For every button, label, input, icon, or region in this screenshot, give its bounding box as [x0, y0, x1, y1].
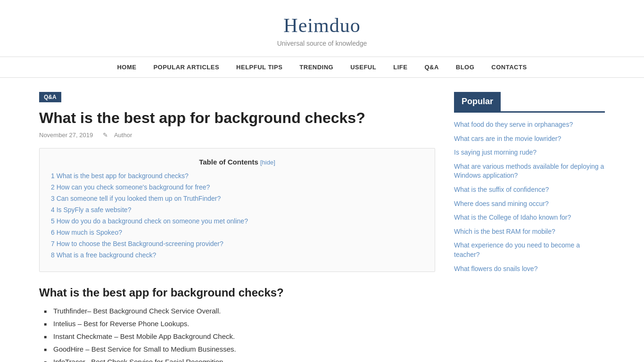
sidebar-link-9[interactable]: What experience do you need to become a … [454, 241, 580, 258]
toc-item-2[interactable]: 2 How can you check someone's background… [51, 183, 210, 191]
sidebar-popular-header: Popular [454, 92, 605, 113]
sidebar-link-3[interactable]: Is saying just morning rude? [454, 148, 537, 156]
nav-item-blog[interactable]: BLOG [447, 57, 483, 77]
toc-item-3[interactable]: 3 Can someone tell if you looked them up… [51, 195, 221, 202]
bullet-item-5: InfoTracer– Best Check Service for Facia… [44, 358, 435, 362]
sidebar-link-2[interactable]: What cars are in the movie lowrider? [454, 135, 561, 142]
sidebar: Popular What food do they serve in orpha… [454, 92, 605, 362]
site-title: Heimduo [9, 14, 635, 37]
toc-item-6[interactable]: 6 How much is Spokeo? [51, 229, 122, 236]
toc-item-7[interactable]: 7 How to choose the Best Background-scre… [51, 240, 223, 247]
sidebar-link-6[interactable]: Where does sand mining occur? [454, 200, 549, 207]
site-header: Heimduo Universal source of knowledge [0, 0, 644, 57]
nav-item-useful[interactable]: USEFUL [342, 57, 385, 77]
sidebar-link-4[interactable]: What are various methods available for d… [454, 163, 604, 180]
nav-item-trending[interactable]: TRENDING [291, 57, 342, 77]
bullet-item-3: Instant Checkmate – Best Mobile App Back… [44, 332, 435, 340]
bullet-item-4: GoodHire – Best Service for Small to Med… [44, 345, 435, 353]
nav-item-helpful-tips[interactable]: HELPFUL TIPS [228, 57, 291, 77]
table-of-contents: Table of Contents [hide] 1 What is the b… [39, 148, 435, 272]
nav-item-popular-articles[interactable]: POPULAR ARTICLES [145, 57, 228, 77]
sidebar-link-5[interactable]: What is the suffix of confidence? [454, 186, 549, 193]
toc-item-8[interactable]: 8 What is a free background check? [51, 251, 156, 259]
toc-item-4[interactable]: 4 Is SpyFly a safe website? [51, 206, 131, 214]
toc-title: Table of Contents [hide] [51, 158, 423, 166]
sidebar-popular-title: Popular [454, 92, 501, 111]
main-nav: HOMEPOPULAR ARTICLESHELPFUL TIPSTRENDING… [0, 57, 644, 78]
section1-heading: What is the best app for background chec… [39, 286, 435, 299]
sidebar-link-10[interactable]: What flowers do snails love? [454, 265, 537, 272]
nav-item-home[interactable]: HOME [108, 57, 145, 77]
nav-item-contacts[interactable]: CONTACTS [483, 57, 535, 77]
sidebar-link-1[interactable]: What food do they serve in orphanages? [454, 121, 573, 128]
article-meta: November 27, 2019 ✎ Author [39, 132, 435, 139]
bullet-item-2: Intelius – Best for Reverse Phone Lookup… [44, 320, 435, 328]
article-date: November 27, 2019 [39, 132, 93, 139]
bullet-item-1: Truthfinder– Best Background Check Servi… [44, 307, 435, 315]
main-content: Q&A What is the best app for background … [39, 92, 435, 362]
toc-hide-link[interactable]: [hide] [260, 159, 275, 166]
sidebar-link-7[interactable]: What is the College of Idaho known for? [454, 214, 571, 221]
site-tagline: Universal source of knowledge [9, 40, 635, 47]
toc-item-5[interactable]: 5 How do you do a background check on so… [51, 217, 248, 225]
article-tag[interactable]: Q&A [39, 92, 61, 102]
article-title: What is the best app for background chec… [39, 109, 435, 127]
nav-item-life[interactable]: LIFE [385, 57, 416, 77]
nav-item-q&a[interactable]: Q&A [416, 57, 447, 77]
page-container: Q&A What is the best app for background … [20, 92, 624, 362]
sidebar-link-8[interactable]: Which is the best RAM for mobile? [454, 228, 555, 235]
article-author: Author [114, 132, 132, 139]
toc-item-1[interactable]: 1 What is the best app for background ch… [51, 172, 189, 180]
article-author-separator: ✎ [99, 132, 108, 139]
